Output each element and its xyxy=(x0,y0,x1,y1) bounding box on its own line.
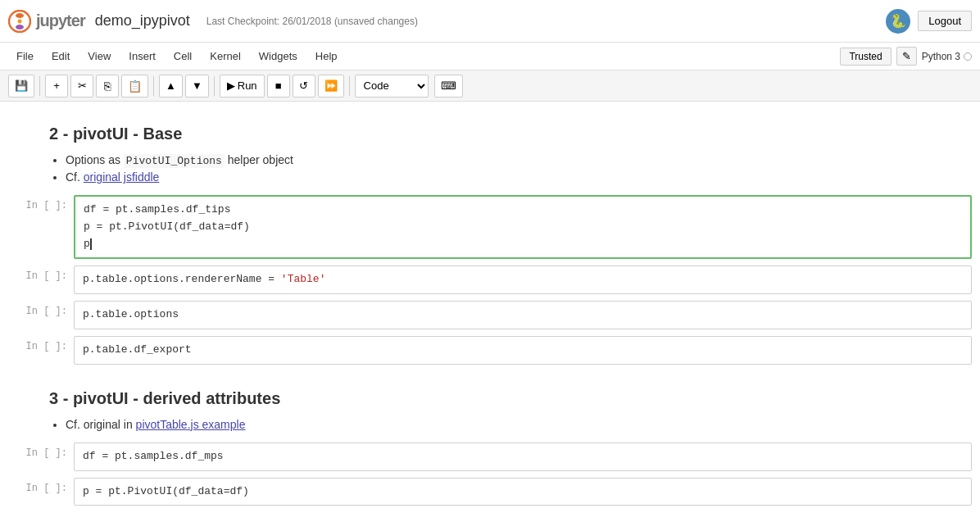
toolbar-sep-4 xyxy=(349,76,350,96)
cell-4-label: In [ ]: xyxy=(8,336,74,352)
restart-icon: ↺ xyxy=(299,79,308,92)
cell-1-body[interactable]: df = pt.samples.df_tips p = pt.PivotUI(d… xyxy=(74,195,972,259)
cell-5-container: In [ ]: df = pt.samples.df_mps xyxy=(0,441,980,473)
menubar-right: Trusted ✎ Python 3 xyxy=(840,47,972,66)
copy-button[interactable]: ⎘ xyxy=(96,75,119,98)
logout-button[interactable]: Logout xyxy=(918,11,972,31)
jupyter-label: jupyter xyxy=(36,11,85,30)
keyboard-shortcuts-button[interactable]: ⌨ xyxy=(434,75,463,98)
menu-view[interactable]: View xyxy=(79,47,119,66)
menu-insert[interactable]: Insert xyxy=(120,47,164,66)
section-3-bullets: Cf. original in pivotTable.js example xyxy=(0,415,980,438)
menu-file[interactable]: File xyxy=(8,47,42,66)
svg-text:🐍: 🐍 xyxy=(890,13,906,29)
arrow-down-icon: ▼ xyxy=(192,79,202,92)
svg-point-2 xyxy=(16,25,24,30)
menu-kernel[interactable]: Kernel xyxy=(202,47,249,66)
arrow-up-icon: ▲ xyxy=(166,79,176,92)
copy-icon: ⎘ xyxy=(104,79,111,93)
restart-button[interactable]: ↺ xyxy=(293,75,315,98)
section-3-bullet-text: Cf. original in xyxy=(66,418,136,431)
cell-6-line-1: p = pt.PivotUI(df_data=df) xyxy=(83,483,963,501)
kernel-status-icon xyxy=(964,52,972,61)
cell-4-container: In [ ]: p.table.df_export xyxy=(0,334,980,366)
save-icon: 💾 xyxy=(15,79,28,92)
cell-6-container: In [ ]: p = pt.PivotUI(df_data=df) xyxy=(0,476,980,508)
bullet-1-text: Options as xyxy=(66,153,124,166)
fast-forward-icon: ⏩ xyxy=(324,79,338,92)
cell-1-line-2: p = pt.PivotUI(df_data=df) xyxy=(84,219,962,236)
cell-2-body[interactable]: p.table.options.rendererName = 'Table' xyxy=(74,266,972,294)
menu-widgets[interactable]: Widgets xyxy=(251,47,306,66)
keyboard-icon: ⌨ xyxy=(441,79,456,92)
cell-2-label: In [ ]: xyxy=(8,266,74,282)
run-button[interactable]: ▶ Run xyxy=(220,75,265,98)
menubar: File Edit View Insert Cell Kernel Widget… xyxy=(0,43,980,70)
bullet-1-code: PivotUI_Options xyxy=(124,154,225,168)
cell-1-container: In [ ]: df = pt.samples.df_tips p = pt.P… xyxy=(0,193,980,261)
cell-2-container: In [ ]: p.table.options.rendererName = '… xyxy=(0,264,980,296)
add-cell-button[interactable]: + xyxy=(45,75,68,98)
cut-icon: ✂ xyxy=(78,79,87,92)
paste-button[interactable]: 📋 xyxy=(121,75,148,98)
cell-5-label: In [ ]: xyxy=(8,442,74,459)
toolbar-sep-3 xyxy=(214,76,215,96)
bullet-1-text2: helper object xyxy=(225,153,293,166)
paste-icon: 📋 xyxy=(128,79,142,93)
section-2-heading: 2 - pivotUI - Base xyxy=(0,118,980,150)
interrupt-button[interactable]: ■ xyxy=(267,75,290,98)
python-logo-icon: 🐍 xyxy=(885,8,911,34)
section-3-bullet-1: Cf. original in pivotTable.js example xyxy=(66,418,931,431)
text-cursor xyxy=(90,238,92,250)
cell-4-body[interactable]: p.table.df_export xyxy=(74,336,972,365)
cell-1-line-1: df = pt.samples.df_tips xyxy=(84,202,962,219)
toolbar: 💾 + ✂ ⎘ 📋 ▲ ▼ ▶ Run ■ ↺ ⏩ Code Markdown … xyxy=(0,70,980,102)
save-button[interactable]: 💾 xyxy=(8,75,34,98)
cell-4-line-1: p.table.df_export xyxy=(83,342,963,359)
cut-button[interactable]: ✂ xyxy=(70,75,93,98)
section-3-heading: 3 - pivotUI - derived attributes xyxy=(0,383,980,415)
kernel-label: Python 3 xyxy=(922,51,972,62)
cell-5-body[interactable]: df = pt.samples.df_mps xyxy=(74,442,972,471)
section-2-bullets: Options as PivotUI_Options helper object… xyxy=(0,150,980,190)
trusted-button[interactable]: Trusted xyxy=(840,48,891,66)
bullet-2: Cf. original jsfiddle xyxy=(66,170,931,184)
cell-1-label: In [ ]: xyxy=(8,195,74,211)
cell-5-line-1: df = pt.samples.df_mps xyxy=(83,448,963,465)
bullet-1: Options as PivotUI_Options helper object xyxy=(66,153,931,167)
svg-point-1 xyxy=(16,13,24,18)
topbar: jupyter demo_ipypivot Last Checkpoint: 2… xyxy=(0,0,980,43)
kernel-name: Python 3 xyxy=(922,51,960,62)
toolbar-sep-1 xyxy=(39,76,40,96)
cell-3-line-1: p.table.options xyxy=(83,306,963,324)
logo: jupyter xyxy=(8,10,85,33)
cell-type-select[interactable]: Code Markdown Raw NBConvert Heading xyxy=(355,75,429,98)
notebook-title: demo_ipypivot xyxy=(95,12,190,30)
cell-3-label: In [ ]: xyxy=(8,301,74,317)
menu-help[interactable]: Help xyxy=(307,47,346,66)
menu-cell[interactable]: Cell xyxy=(166,47,200,66)
svg-point-3 xyxy=(18,19,22,23)
bullet-2-text: Cf. xyxy=(66,170,84,184)
stop-icon: ■ xyxy=(275,79,282,92)
cell-6-label: In [ ]: xyxy=(8,478,74,494)
run-icon: ▶ xyxy=(227,79,235,92)
edit-metadata-button[interactable]: ✎ xyxy=(896,47,917,66)
jupyter-logo-icon xyxy=(8,10,31,33)
checkpoint-info: Last Checkpoint: 26/01/2018 (unsaved cha… xyxy=(206,16,418,27)
topbar-right: 🐍 Logout xyxy=(885,8,972,34)
move-down-button[interactable]: ▼ xyxy=(185,75,209,98)
plus-icon: + xyxy=(53,79,60,92)
cell-6-body[interactable]: p = pt.PivotUI(df_data=df) xyxy=(74,478,972,506)
cell-1-line-3: p xyxy=(84,236,962,253)
pivottablejs-link[interactable]: pivotTable.js example xyxy=(136,418,246,431)
menu-edit[interactable]: Edit xyxy=(43,47,78,66)
toolbar-sep-2 xyxy=(153,76,154,96)
notebook-area: 2 - pivotUI - Base Options as PivotUI_Op… xyxy=(0,102,980,527)
jsfiddle-link[interactable]: original jsfiddle xyxy=(84,170,160,184)
run-label: Run xyxy=(238,79,257,92)
restart-run-button[interactable]: ⏩ xyxy=(318,75,344,98)
cell-3-container: In [ ]: p.table.options xyxy=(0,299,980,331)
move-up-button[interactable]: ▲ xyxy=(159,75,183,98)
cell-3-body[interactable]: p.table.options xyxy=(74,301,972,329)
